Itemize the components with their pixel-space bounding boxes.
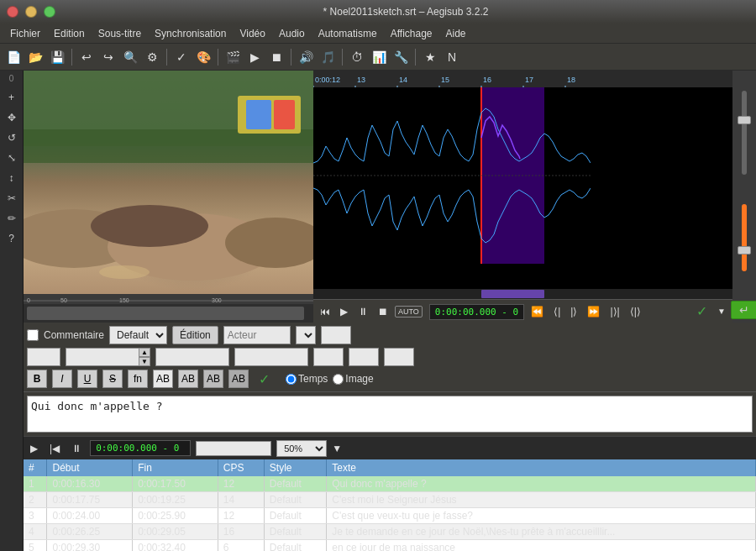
subtitle-list[interactable]: # Début Fin CPS Style Texte 1 0:00:16.30…	[24, 459, 756, 551]
tl-play[interactable]: ▶	[27, 441, 41, 456]
tb-video3[interactable]: ⏹	[266, 47, 286, 67]
ab-button-2[interactable]: AB	[178, 370, 198, 388]
sb-rotate[interactable]: ↺	[3, 129, 21, 147]
sb-move[interactable]: ✥	[3, 108, 21, 127]
fn-button[interactable]: fn	[128, 370, 148, 388]
temps-radio[interactable]	[286, 374, 297, 385]
sb-scale[interactable]: ⤡	[3, 149, 21, 167]
menu-aide[interactable]: Aide	[439, 26, 473, 41]
bold-button[interactable]: B	[27, 370, 47, 388]
sb-zoom-in[interactable]: +	[3, 88, 21, 107]
sb-unknown[interactable]: ?	[3, 229, 21, 248]
transport-r1[interactable]: ⏪	[528, 304, 547, 319]
tb-style[interactable]: 🎨	[193, 47, 213, 67]
margin-r-input[interactable]: 0	[349, 348, 379, 366]
strike-button[interactable]: S	[102, 370, 123, 388]
maximize-button[interactable]	[44, 6, 55, 18]
apply-check-button[interactable]: ✓	[254, 370, 274, 388]
tb-audio2[interactable]: 🎵	[318, 47, 338, 67]
tb-settings[interactable]: ⚙	[142, 47, 162, 67]
underline-button[interactable]: U	[77, 370, 97, 388]
waveform-display[interactable]	[313, 87, 732, 299]
minimize-button[interactable]	[25, 6, 37, 18]
menu-audio[interactable]: Audio	[272, 26, 312, 41]
sb-draw[interactable]: ✏	[3, 209, 21, 228]
start-time-up[interactable]: ▲	[139, 348, 150, 357]
menu-synchronisation[interactable]: Synchronisation	[148, 26, 233, 41]
menu-edition[interactable]: Edition	[47, 26, 92, 41]
layer-input[interactable]: 0	[27, 348, 60, 366]
image-radio-label[interactable]: Image	[333, 373, 373, 385]
transport-f1[interactable]: |⟩	[567, 304, 580, 319]
transport-pause[interactable]: ⏸	[354, 304, 371, 319]
transport-stop[interactable]: ⏹	[375, 304, 391, 319]
transport-auto[interactable]: AUTO	[395, 306, 423, 317]
table-row[interactable]: 5 0:00:29.30 0:00:32.40 6 Default en ce …	[24, 540, 756, 552]
zoom-slider-thumb[interactable]	[738, 116, 751, 124]
ab-button-3[interactable]: AB	[203, 370, 223, 388]
menu-video[interactable]: Vidéo	[233, 26, 271, 41]
volume-slider-thumb[interactable]	[738, 246, 751, 255]
tb-time1[interactable]: ⏱	[347, 47, 367, 67]
transport-start[interactable]: ⏮	[317, 304, 333, 319]
play-green-button[interactable]: ↵	[731, 301, 756, 319]
tb-video2[interactable]: ▶	[244, 47, 265, 67]
transport-f3[interactable]: |⟩|	[606, 304, 622, 319]
commentaire-checkbox[interactable]	[27, 329, 39, 341]
tb-audio1[interactable]: 🔊	[296, 47, 316, 67]
tb-find[interactable]: 🔍	[120, 47, 140, 67]
table-row[interactable]: 3 0:00:24.00 0:00:25.90 12 Default C'est…	[24, 508, 756, 524]
menu-fichier[interactable]: Fichier	[3, 26, 47, 41]
temps-radio-label[interactable]: Temps	[286, 373, 328, 385]
ab-button-4[interactable]: AB	[228, 370, 249, 388]
tb-save[interactable]: 💾	[47, 47, 67, 67]
tb-extra2[interactable]: N	[442, 47, 462, 67]
tb-open[interactable]: 📂	[25, 47, 45, 67]
cell-start: 0:00:17.75	[47, 492, 133, 508]
menu-affichage[interactable]: Affichage	[384, 26, 439, 41]
tb-redo[interactable]: ↪	[98, 47, 118, 67]
tb-spell[interactable]: ✓	[171, 47, 192, 67]
table-row[interactable]: 2 0:00:17.75 0:00:19.25 14 Default C'est…	[24, 492, 756, 508]
transport-f4[interactable]: ⟨|⟩	[627, 304, 644, 319]
tb-undo[interactable]: ↩	[76, 47, 97, 67]
margin-l-input[interactable]: 0	[313, 348, 344, 366]
end-time-input[interactable]: 0:00:17.50	[155, 348, 229, 366]
tl-zoom-arrow[interactable]: ▼	[332, 443, 342, 454]
tl-pause[interactable]: ⏸	[68, 441, 85, 456]
tb-time2[interactable]: 📊	[369, 47, 389, 67]
tl-frame-back[interactable]: |◀	[46, 441, 63, 456]
sb-clip[interactable]: ✂	[3, 189, 21, 207]
tb-video1[interactable]: 🎬	[223, 47, 243, 67]
table-row[interactable]: 4 0:00:26.25 0:00:29.05 16 Default Je te…	[24, 524, 756, 540]
cell-start: 0:00:29.30	[47, 540, 133, 552]
menu-sous-titre[interactable]: Sous-titre	[92, 26, 148, 41]
layer-number[interactable]: 15	[321, 326, 351, 344]
tb-new[interactable]: 📄	[3, 47, 24, 67]
start-time-down[interactable]: ▼	[139, 357, 150, 366]
transport-check[interactable]: ✓	[693, 302, 711, 321]
start-time-input[interactable]: 0:00:16.30	[66, 348, 139, 366]
transport-r2[interactable]: ⟨|	[550, 304, 564, 319]
style-select[interactable]: Default	[109, 326, 167, 344]
tl-offset[interactable]: -16300ms; -1750	[196, 441, 271, 456]
image-radio[interactable]	[333, 374, 344, 385]
tb-time3[interactable]: 🔧	[391, 47, 411, 67]
table-row[interactable]: 1 0:00:16.30 0:00:17.50 12 Default Qui d…	[24, 476, 756, 492]
ab-button-1[interactable]: AB	[153, 370, 173, 388]
edition-button[interactable]: Édition	[172, 326, 218, 344]
transport-play[interactable]: ▶	[337, 304, 351, 319]
transport-more[interactable]: ▼	[714, 305, 729, 317]
sb-drag[interactable]: ↕	[3, 169, 21, 187]
menu-automatisme[interactable]: Automatisme	[312, 26, 384, 41]
acteur-dropdown[interactable]: ▼	[296, 326, 316, 344]
margin-v-input[interactable]: 0	[384, 348, 414, 366]
close-button[interactable]	[7, 6, 18, 18]
tl-zoom[interactable]: 50% 25% 75% 100%	[276, 440, 327, 457]
tb-extra1[interactable]: ★	[420, 47, 440, 67]
italic-button[interactable]: I	[52, 370, 72, 388]
duration-input[interactable]: 0:00:01.20	[234, 348, 308, 366]
transport-f2[interactable]: ⏩	[584, 304, 603, 319]
subtitle-text-input[interactable]: Qui donc m'appelle ?	[27, 396, 753, 433]
acteur-input[interactable]	[223, 326, 291, 344]
